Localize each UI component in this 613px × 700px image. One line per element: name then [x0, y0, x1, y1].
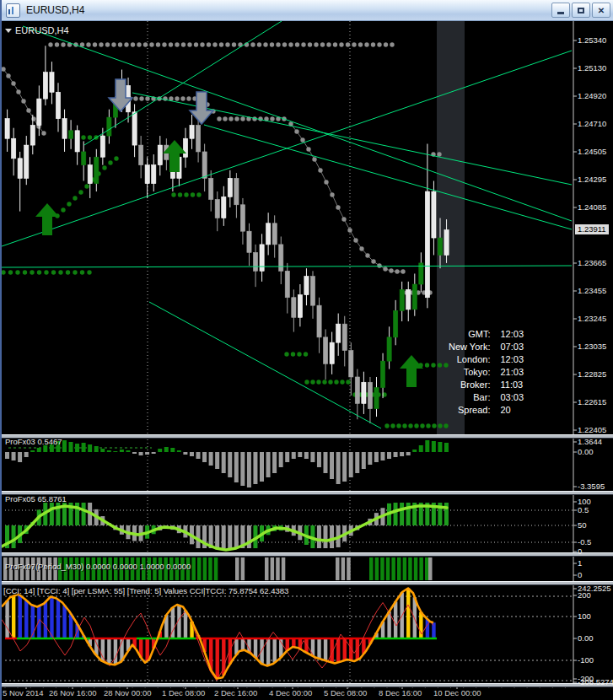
- panel-separator[interactable]: [2, 491, 613, 495]
- time-axis-label: 26 Nov 16:00: [49, 688, 97, 697]
- clock-label: GMT:: [405, 329, 490, 342]
- time-axis-label: 8 Dec 16:00: [379, 688, 422, 697]
- axis-price-label: -208.5274: [578, 678, 613, 687]
- axis-price-label: 100: [578, 612, 591, 621]
- axis-price-label: 1.25130: [578, 64, 606, 73]
- clock-value: 20: [490, 405, 550, 417]
- clock-value: 21:03: [490, 367, 550, 380]
- axis-price-label: 1.24085: [578, 203, 606, 212]
- axis-price-label: 1.24505: [578, 148, 606, 156]
- axis-price-label: -100: [578, 656, 594, 665]
- axis-price-label: 1.23035: [578, 342, 606, 351]
- indicator-label-cci: [CCI: 14] [TCCI: 4] [per LSMA: 55] [Tren…: [3, 586, 288, 595]
- current-price-badge: 1.23911: [575, 224, 609, 234]
- time-axis-label: 10 Dec 00:00: [433, 688, 481, 697]
- axis-price-label: 1.22825: [578, 370, 606, 379]
- axis-price-label: 1.3644: [578, 438, 602, 446]
- axis-price-label: 1.23665: [578, 259, 606, 267]
- indicator-label-profx07: ProFx07(Period_M30) 0.0000 0.0000 1.0000…: [5, 562, 191, 571]
- clock-label: Bar:: [405, 392, 490, 405]
- clock-value: 07:03: [490, 342, 550, 354]
- axis-price-label: 0.5: [578, 506, 589, 514]
- clock-label: London:: [405, 354, 490, 367]
- time-axis-label: 5 Nov 2014: [3, 688, 44, 697]
- market-clock: GMT:12:03 New York:07:03 London:12:03 To…: [405, 329, 550, 417]
- indicator-label-profx05: ProFx05 65.8761: [5, 494, 67, 503]
- axis-price-label: 0: [578, 547, 582, 556]
- chart-symbol-label: EURUSD,H4: [15, 25, 69, 35]
- chart-window: EURUSD,H4 ✕ EURUSD,H4 ProFx03 0.5467 Pro…: [0, 0, 613, 700]
- axis-price-label: 0.00: [578, 448, 594, 456]
- clock-label: Tokyo:: [405, 367, 490, 380]
- axis-price-label: 200: [578, 591, 591, 600]
- axis-price-label: 1.22615: [578, 398, 606, 407]
- clock-label: Spread:: [405, 405, 490, 417]
- axis-price-label: -0.5: [578, 538, 591, 547]
- clock-label: Broker:: [405, 380, 490, 392]
- clock-value: 12:03: [490, 354, 550, 367]
- time-axis-label: 28 Nov 00:00: [104, 688, 152, 697]
- axis-price-label: 1.22405: [578, 426, 606, 434]
- panel-separator[interactable]: [2, 552, 613, 557]
- symbol-marker-icon: [5, 29, 12, 33]
- axis-price-label: 1.24295: [578, 175, 606, 184]
- axis-price-label: 1.23455: [578, 287, 606, 295]
- axis-price-label: 1.24710: [578, 120, 606, 128]
- clock-label: New York:: [405, 342, 490, 354]
- clock-value: 03:03: [490, 392, 550, 405]
- clock-value: 12:03: [490, 329, 550, 342]
- axis-price-label: 1.25340: [578, 36, 606, 45]
- time-axis-label: 2 Dec 16:00: [214, 688, 257, 697]
- panel-separator[interactable]: [2, 581, 613, 585]
- axis-price-label: 50: [578, 521, 587, 530]
- axis-price-label: -3.3595: [578, 482, 605, 491]
- time-axis-label: 1 Dec 08:00: [162, 688, 205, 697]
- axis-price-label: 1.23245: [578, 315, 606, 323]
- clock-value: 11:03: [490, 380, 550, 392]
- panel-separator[interactable]: [2, 683, 613, 687]
- axis-price-label: 0.00: [578, 634, 594, 643]
- axis-price-label: 1.24920: [578, 92, 606, 100]
- axis-price-label: 0: [578, 571, 582, 579]
- time-axis-label: 4 Dec 00:00: [269, 688, 312, 697]
- time-axis-label: 5 Dec 08:00: [324, 688, 367, 697]
- axis-price-label: 1: [578, 559, 582, 568]
- panel-separator[interactable]: [2, 434, 613, 439]
